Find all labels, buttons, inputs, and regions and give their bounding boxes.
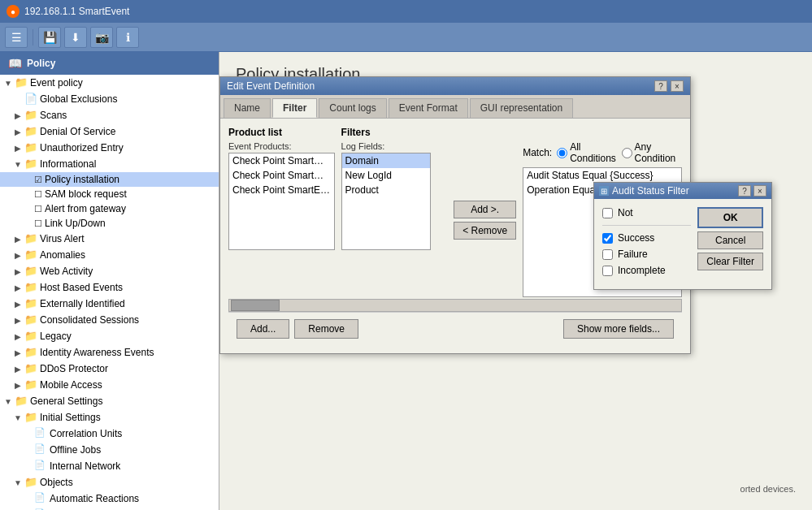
- sidebar-item-label: Host Based Events: [40, 282, 123, 293]
- sidebar-item-anomalies[interactable]: ▶ 📁 Anomalies: [0, 247, 219, 263]
- toolbar-sep-1: [33, 29, 33, 45]
- toolbar-info-btn[interactable]: ℹ: [116, 27, 139, 48]
- show-more-fields-btn[interactable]: Show more fields...: [563, 319, 674, 339]
- list-item[interactable]: Product: [342, 183, 430, 197]
- sidebar-item-informational[interactable]: ▼ 📁 Informational: [0, 156, 219, 172]
- scrollbar[interactable]: [228, 299, 682, 312]
- success-checkbox[interactable]: [602, 233, 613, 244]
- sidebar-item-label: Initial Settings: [40, 412, 101, 423]
- list-item[interactable]: Check Point SmartConsole: [229, 153, 334, 168]
- sidebar-item-virus-alert[interactable]: ▶ 📁 Virus Alert: [0, 231, 219, 247]
- log-fields-list[interactable]: Domain New LogId Product: [341, 153, 431, 250]
- tab-event-format[interactable]: Event Format: [389, 98, 468, 118]
- list-item[interactable]: Check Point SmartEvent Cli...: [229, 183, 334, 197]
- folder-icon: 📁: [24, 346, 37, 359]
- sidebar-item-legacy[interactable]: ▶ 📁 Legacy: [0, 328, 219, 344]
- spacer: [23, 494, 33, 504]
- sidebar-item-correlation-units[interactable]: 📄 Correlation Units: [0, 426, 219, 442]
- list-item[interactable]: New LogId: [342, 168, 430, 183]
- sidebar-item-externally-identified[interactable]: ▶ 📁 Externally Identified: [0, 296, 219, 312]
- event-products-list[interactable]: Check Point SmartConsole Check Point Sma…: [228, 153, 335, 250]
- folder-icon: 📁: [15, 76, 28, 89]
- toolbar-screenshot-btn[interactable]: 📷: [90, 27, 113, 48]
- list-item[interactable]: Domain: [342, 153, 430, 168]
- expand-icon: ▶: [13, 143, 23, 153]
- list-item[interactable]: Audit Status Equal {Success}: [523, 168, 681, 183]
- sidebar-item-label: Consolidated Sessions: [40, 314, 139, 326]
- folder-icon: 📁: [24, 249, 37, 261]
- sidebar-item-label: Mobile Access: [40, 379, 102, 391]
- sidebar-item-label: Informational: [40, 158, 96, 170]
- app-ip: 192.168.1.1: [24, 6, 76, 17]
- sidebar-item-link-up-down[interactable]: ☐ Link Up/Down: [0, 216, 219, 231]
- sidebar-item-host-based-events[interactable]: ▶ 📁 Host Based Events: [0, 279, 219, 296]
- expand-icon: ▶: [13, 364, 23, 374]
- dialog-close-btn[interactable]: ×: [671, 80, 684, 92]
- sidebar-item-denial-of-service[interactable]: ▶ 📁 Denial Of Service: [0, 123, 219, 140]
- book-icon: 📖: [8, 57, 22, 70]
- sidebar-item-alert-from-gateway[interactable]: ☐ Alert from gateway: [0, 201, 219, 216]
- footer-remove-btn[interactable]: Remove: [294, 319, 358, 339]
- sidebar-item-sam-block-request[interactable]: ☐ SAM block request: [0, 187, 219, 201]
- audit-help-btn[interactable]: ?: [738, 185, 751, 197]
- expand-icon: ▶: [13, 348, 23, 357]
- ok-btn[interactable]: OK: [697, 207, 763, 228]
- sidebar-item-ddos-protector[interactable]: ▶ 📁 DDoS Protector: [0, 361, 219, 377]
- sidebar-item-offline-jobs[interactable]: 📄 Offline Jobs: [0, 442, 219, 458]
- all-conditions-radio[interactable]: All Conditions: [557, 141, 616, 164]
- sidebar-item-label: Externally Identified: [40, 298, 125, 309]
- spacer: [23, 204, 33, 214]
- sidebar-item-time-objects[interactable]: 📄 Time Objects: [0, 507, 219, 510]
- sidebar-item-label: DDoS Protector: [40, 363, 108, 374]
- sidebar-item-event-policy[interactable]: ▼ 📁 Event policy: [0, 75, 219, 91]
- sidebar-item-internal-network[interactable]: 📄 Internal Network: [0, 458, 219, 474]
- sidebar-item-label: Automatic Reactions: [50, 493, 139, 504]
- file-icon: 📄: [34, 427, 47, 440]
- sidebar: 📖 Policy ▼ 📁 Event policy 📄 Global Exclu…: [0, 52, 219, 510]
- clear-filter-btn[interactable]: Clear Filter: [697, 253, 763, 270]
- expand-icon: ▼: [3, 78, 13, 88]
- sidebar-item-initial-settings[interactable]: ▼ 📁 Initial Settings: [0, 409, 219, 426]
- sidebar-item-mobile-access[interactable]: ▶ 📁 Mobile Access: [0, 377, 219, 393]
- any-condition-radio[interactable]: Any Condition: [622, 141, 682, 164]
- sidebar-item-scans[interactable]: ▶ 📁 Scans: [0, 107, 219, 123]
- not-row: Not: [602, 207, 691, 226]
- expand-icon: ▶: [13, 110, 23, 120]
- sidebar-item-objects[interactable]: ▼ 📁 Objects: [0, 474, 219, 491]
- toolbar-menu-btn[interactable]: ☰: [5, 27, 28, 48]
- add-button[interactable]: Add >.: [454, 201, 516, 218]
- sidebar-header-label: Policy: [27, 58, 55, 69]
- sidebar-item-web-activity[interactable]: ▶ 📁 Web Activity: [0, 263, 219, 279]
- sidebar-header: 📖 Policy: [0, 52, 219, 75]
- content-text: orted devices.: [740, 484, 796, 494]
- toolbar-download-btn[interactable]: ⬇: [64, 27, 87, 48]
- list-item[interactable]: Check Point SmartDashbo...: [229, 168, 334, 183]
- tab-name[interactable]: Name: [224, 98, 271, 118]
- incomplete-checkbox[interactable]: [602, 266, 613, 276]
- sidebar-item-automatic-reactions[interactable]: 📄 Automatic Reactions: [0, 491, 219, 507]
- dialog-help-btn[interactable]: ?: [654, 80, 667, 92]
- tab-count-logs[interactable]: Count logs: [319, 98, 386, 118]
- sidebar-item-consolidated-sessions[interactable]: ▶ 📁 Consolidated Sessions: [0, 312, 219, 328]
- cancel-btn[interactable]: Cancel: [697, 231, 763, 249]
- sidebar-item-global-exclusions[interactable]: 📄 Global Exclusions: [0, 91, 219, 107]
- audit-close-btn[interactable]: ×: [753, 185, 766, 197]
- spacer: [23, 429, 33, 439]
- sidebar-item-general-settings[interactable]: ▼ 📁 General Settings: [0, 393, 219, 409]
- tab-gui-representation[interactable]: GUI representation: [470, 98, 573, 118]
- toolbar-save-btn[interactable]: 💾: [38, 27, 61, 48]
- not-checkbox[interactable]: [602, 208, 613, 218]
- sidebar-item-label: Anomalies: [40, 249, 85, 261]
- sidebar-item-policy-installation[interactable]: ☑ Policy installation: [0, 172, 219, 187]
- remove-button[interactable]: < Remove: [454, 222, 516, 240]
- sidebar-item-identity-awareness-events[interactable]: ▶ 📁 Identity Awareness Events: [0, 344, 219, 361]
- not-label: Not: [618, 207, 633, 218]
- footer-add-btn[interactable]: Add...: [237, 319, 289, 339]
- sidebar-item-unauthorized-entry[interactable]: ▶ 📁 Unauthorized Entry: [0, 140, 219, 156]
- sidebar-item-label: Global Exclusions: [40, 93, 117, 105]
- sidebar-item-label: Offline Jobs: [50, 444, 101, 456]
- all-conditions-label: All Conditions: [570, 141, 616, 164]
- failure-checkbox[interactable]: [602, 249, 613, 260]
- tab-filter[interactable]: Filter: [272, 98, 317, 118]
- audit-icon: ⊞: [599, 186, 609, 196]
